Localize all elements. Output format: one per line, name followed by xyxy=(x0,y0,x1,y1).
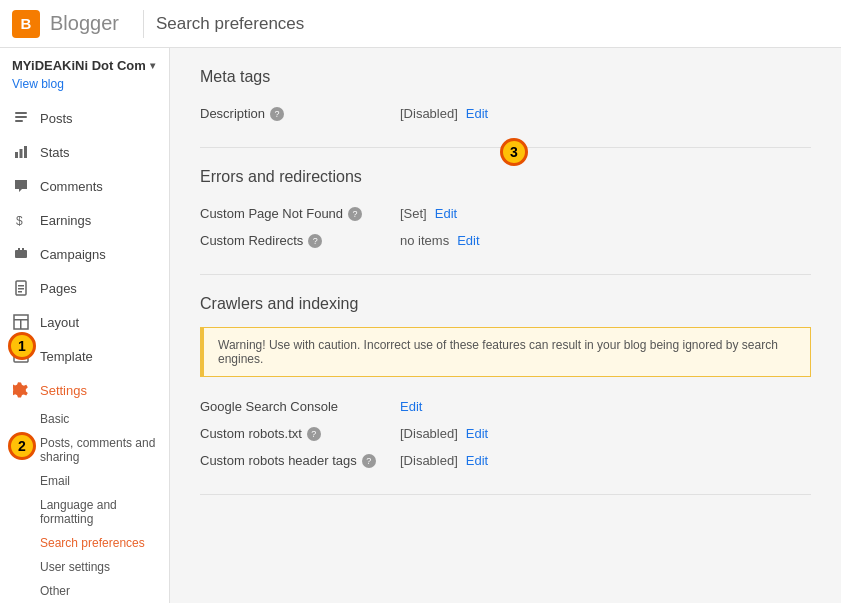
svg-rect-7 xyxy=(15,250,27,258)
sidebar-item-comments-label: Comments xyxy=(40,179,103,194)
comments-icon xyxy=(12,177,30,195)
topbar: B Blogger Search preferences xyxy=(0,0,841,48)
settings-sub-other[interactable]: Other xyxy=(0,579,169,603)
custom-redirects-value: no items xyxy=(400,233,449,248)
campaigns-icon xyxy=(12,245,30,263)
svg-text:$: $ xyxy=(16,214,23,228)
sidebar-item-campaigns[interactable]: Campaigns xyxy=(0,237,169,271)
sidebar-item-layout-label: Layout xyxy=(40,315,79,330)
svg-rect-11 xyxy=(18,285,24,287)
sidebar-item-comments[interactable]: Comments xyxy=(0,169,169,203)
crawlers-heading: Crawlers and indexing xyxy=(200,295,811,313)
layout-icon xyxy=(12,313,30,331)
annotation-badge-2: 2 xyxy=(8,432,36,460)
sidebar-item-template-label: Template xyxy=(40,349,93,364)
custom-robots-header-label: Custom robots header tags ? xyxy=(200,453,400,468)
pages-icon xyxy=(12,279,30,297)
svg-rect-4 xyxy=(20,149,23,158)
warning-text: Warning! Use with caution. Incorrect use… xyxy=(218,338,778,366)
svg-rect-1 xyxy=(15,116,27,118)
custom-robots-txt-label: Custom robots.txt ? xyxy=(200,426,400,441)
sidebar: MYiDEAKiNi Dot Com ▾ View blog Posts Sta… xyxy=(0,48,170,603)
stats-icon xyxy=(12,143,30,161)
divider-3 xyxy=(200,494,811,495)
custom-page-not-found-row: Custom Page Not Found ? [Set] Edit xyxy=(200,200,811,227)
sidebar-item-earnings-label: Earnings xyxy=(40,213,91,228)
annotation-badge-3: 3 xyxy=(500,138,528,166)
sidebar-item-stats-label: Stats xyxy=(40,145,70,160)
svg-rect-0 xyxy=(15,112,27,114)
topbar-divider xyxy=(143,10,144,38)
svg-rect-12 xyxy=(18,288,24,290)
earnings-icon: $ xyxy=(12,211,30,229)
svg-rect-13 xyxy=(18,291,22,293)
custom-robots-header-edit-link[interactable]: Edit xyxy=(466,453,488,468)
sidebar-item-posts[interactable]: Posts xyxy=(0,101,169,135)
google-search-console-edit-link[interactable]: Edit xyxy=(400,399,422,414)
settings-sub-user-settings[interactable]: User settings xyxy=(0,555,169,579)
sidebar-item-stats[interactable]: Stats xyxy=(0,135,169,169)
custom-robots-header-value: [Disabled] xyxy=(400,453,458,468)
svg-rect-5 xyxy=(24,146,27,158)
description-label: Description ? xyxy=(200,106,400,121)
topbar-title: Search preferences xyxy=(156,14,304,34)
main-content: Meta tags Description ? [Disabled] Edit … xyxy=(170,48,841,603)
svg-rect-2 xyxy=(15,120,23,122)
custom-robots-txt-edit-link[interactable]: Edit xyxy=(466,426,488,441)
meta-tags-heading: Meta tags xyxy=(200,68,811,86)
sidebar-item-pages[interactable]: Pages xyxy=(0,271,169,305)
svg-rect-16 xyxy=(20,319,22,329)
settings-sub-basic[interactable]: Basic xyxy=(0,407,169,431)
svg-rect-9 xyxy=(22,248,24,251)
sidebar-item-pages-label: Pages xyxy=(40,281,77,296)
settings-sub-search-preferences[interactable]: Search preferences xyxy=(0,531,169,555)
divider-2 xyxy=(200,274,811,275)
settings-sub-language[interactable]: Language and formatting xyxy=(0,493,169,531)
view-blog-link[interactable]: View blog xyxy=(0,75,169,101)
errors-heading: Errors and redirections xyxy=(200,168,811,186)
custom-robots-header-help-icon[interactable]: ? xyxy=(362,454,376,468)
sidebar-item-settings[interactable]: Settings xyxy=(0,373,169,407)
sidebar-item-earnings[interactable]: $ Earnings xyxy=(0,203,169,237)
sidebar-item-campaigns-label: Campaigns xyxy=(40,247,106,262)
custom-redirects-row: Custom Redirects ? no items Edit xyxy=(200,227,811,254)
custom-robots-txt-help-icon[interactable]: ? xyxy=(307,427,321,441)
google-search-console-row: Google Search Console Edit xyxy=(200,393,811,420)
custom-page-not-found-help-icon[interactable]: ? xyxy=(348,207,362,221)
topbar-app-name: Blogger xyxy=(50,12,119,35)
description-edit-link[interactable]: Edit xyxy=(466,106,488,121)
custom-page-not-found-edit-link[interactable]: Edit xyxy=(435,206,457,221)
custom-robots-header-row: Custom robots header tags ? [Disabled] E… xyxy=(200,447,811,474)
settings-sub-email[interactable]: Email xyxy=(0,469,169,493)
posts-icon xyxy=(12,109,30,127)
annotation-badge-1: 1 xyxy=(8,332,36,360)
custom-robots-txt-value: [Disabled] xyxy=(400,426,458,441)
custom-page-not-found-label: Custom Page Not Found ? xyxy=(200,206,400,221)
custom-redirects-label: Custom Redirects ? xyxy=(200,233,400,248)
sidebar-item-posts-label: Posts xyxy=(40,111,73,126)
blog-dropdown-arrow: ▾ xyxy=(150,60,155,71)
warning-box: Warning! Use with caution. Incorrect use… xyxy=(200,327,811,377)
description-help-icon[interactable]: ? xyxy=(270,107,284,121)
blogger-logo: B xyxy=(12,10,40,38)
sidebar-item-settings-label: Settings xyxy=(40,383,87,398)
svg-rect-3 xyxy=(15,152,18,158)
blog-name[interactable]: MYiDEAKiNi Dot Com ▾ xyxy=(0,48,169,75)
description-value: [Disabled] xyxy=(400,106,458,121)
settings-icon xyxy=(12,381,30,399)
google-search-console-label: Google Search Console xyxy=(200,399,400,414)
description-row: Description ? [Disabled] Edit xyxy=(200,100,811,127)
custom-robots-txt-row: Custom robots.txt ? [Disabled] Edit xyxy=(200,420,811,447)
custom-redirects-help-icon[interactable]: ? xyxy=(308,234,322,248)
custom-page-not-found-value: [Set] xyxy=(400,206,427,221)
custom-redirects-edit-link[interactable]: Edit xyxy=(457,233,479,248)
svg-rect-8 xyxy=(18,248,20,251)
